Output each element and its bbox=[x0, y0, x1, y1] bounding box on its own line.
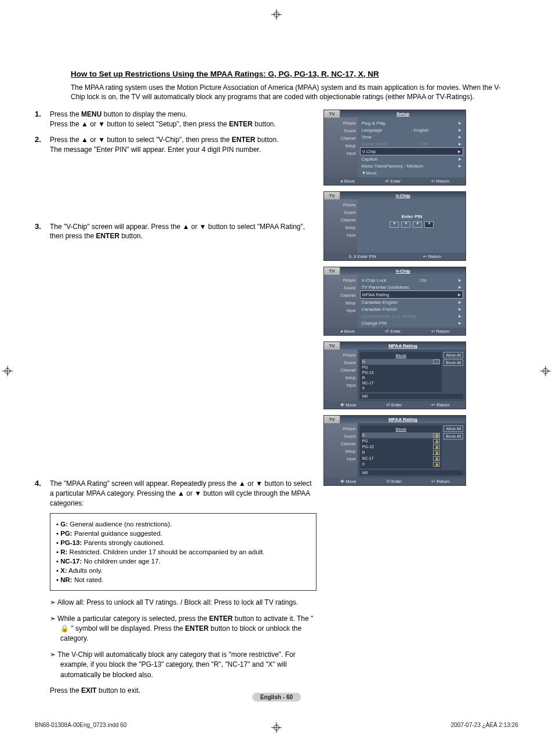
menu-row: Plug & Play► bbox=[360, 119, 463, 126]
sidebar-item-picture: Picture bbox=[326, 119, 356, 127]
allow-all-button: Allow All bbox=[443, 426, 463, 432]
sidebar-item: Input bbox=[326, 231, 356, 239]
tv-menu-setup: TVSetup Picture Sound Channel Setup Inpu… bbox=[323, 110, 466, 186]
cat-desc: Parents strongly cautioned. bbox=[82, 539, 165, 546]
menu-row-disabled: Downloadable U.S. Rating► bbox=[360, 312, 463, 319]
menu-title: V-Chip bbox=[340, 192, 466, 199]
text-bold: MENU bbox=[81, 110, 101, 118]
sidebar-item-setup: Setup bbox=[326, 142, 356, 150]
menu-title: Setup bbox=[340, 110, 466, 118]
text: button to display the menu. bbox=[101, 110, 187, 118]
sidebar-item: Sound bbox=[326, 359, 356, 366]
mpaa-row-nr: NR bbox=[360, 470, 463, 475]
sidebar-item: Input bbox=[326, 455, 356, 463]
step-3: 3. The "V-Chip" screen will appear. Pres… bbox=[35, 222, 316, 242]
mpaa-row-nr: NR bbox=[360, 394, 463, 399]
tv-menu-enter-pin: TVV-Chip Picture Sound Channel Setup Inp… bbox=[323, 191, 466, 261]
cat-label: G: bbox=[60, 521, 68, 528]
lock-icon: 🔒 bbox=[433, 462, 440, 467]
tv-menu-vchip: TVV-Chip Picture Sound Channel Setup Inp… bbox=[323, 267, 466, 336]
sidebar-item: Channel bbox=[326, 366, 356, 374]
mpaa-row: X bbox=[362, 386, 440, 391]
mpaa-rating-list: Block G PG PG-13 R NC-17 X bbox=[360, 352, 442, 392]
tv-sidebar: Picture Sound Channel Setup Input bbox=[324, 118, 358, 177]
mpaa-rating-list: Block G🔒 PG🔒 PG-13🔒 R🔒 NC-17🔒 X🔒 bbox=[360, 426, 442, 468]
cat-desc: General audience (no restrictions). bbox=[68, 521, 172, 528]
cat-desc: No children under age 17. bbox=[82, 558, 161, 565]
sidebar-item-input: Input bbox=[326, 150, 356, 157]
pin-digit: * bbox=[413, 221, 422, 228]
menu-row: Canadian English► bbox=[360, 299, 463, 306]
note: The V-Chip will automatically block any … bbox=[50, 650, 316, 680]
print-date: 2007-07-23 ¿ÀÈÄ 2:13:26 bbox=[451, 722, 518, 728]
tv-sidebar: Picture Sound Channel Setup Input bbox=[324, 350, 358, 401]
lock-icon: 🔒 bbox=[433, 456, 440, 461]
step-number: 4. bbox=[35, 479, 50, 696]
lock-icon: 🔒 bbox=[433, 439, 440, 444]
sidebar-item: Input bbox=[326, 307, 356, 314]
tv-footer: ✥ Move⏎ Enter↩ Return bbox=[324, 401, 465, 409]
cat-label: PG: bbox=[60, 530, 72, 537]
lock-icon: 🔒 bbox=[433, 445, 440, 449]
intro-paragraph: The MPAA rating system uses the Motion P… bbox=[71, 83, 507, 101]
step-number: 1. bbox=[35, 110, 50, 129]
menu-row: TV Parental Guidelines► bbox=[360, 284, 463, 290]
block-column-header: Block bbox=[362, 353, 440, 358]
sidebar-item: Picture bbox=[326, 425, 356, 432]
block-all-button: Block All bbox=[443, 433, 463, 439]
tv-sidebar: Picture Sound Channel Setup Input bbox=[324, 199, 358, 253]
menu-row: Canadian French► bbox=[360, 306, 463, 312]
tv-footer: ♦ Move⏎ Enter↩ Return bbox=[324, 328, 465, 335]
text: The "MPAA Rating" screen will appear. Re… bbox=[50, 479, 312, 507]
lock-icon: 🔒 bbox=[433, 433, 440, 438]
text: Press the bbox=[50, 110, 81, 118]
mpaa-row: PG🔒 bbox=[362, 438, 440, 444]
menu-title: MPAA Rating bbox=[340, 342, 466, 350]
cat-desc: Parental guidance suggested. bbox=[72, 530, 162, 537]
allow-all-button: Allow All bbox=[443, 352, 463, 358]
sidebar-item: Setup bbox=[326, 448, 356, 455]
tv-label: TV bbox=[324, 416, 340, 423]
menu-row: Caption► bbox=[360, 155, 463, 162]
tv-footer: ✥ Move⏎ Enter↩ Return bbox=[324, 478, 465, 485]
lock-icon: 🔒 bbox=[433, 450, 440, 455]
tv-label: TV bbox=[324, 342, 340, 350]
text: button. bbox=[255, 136, 278, 144]
print-metadata: BN68-01308A-00Eng_0723.indd 60 2007-07-2… bbox=[35, 722, 518, 728]
menu-row-selected: MPAA Rating► bbox=[360, 290, 463, 299]
tv-label: TV bbox=[324, 267, 340, 275]
note: Allow all: Press to unlock all TV rating… bbox=[50, 598, 316, 608]
step-4: 4. The "MPAA Rating" screen will appear.… bbox=[35, 479, 316, 696]
text: button. bbox=[119, 232, 143, 240]
sidebar-item: Sound bbox=[326, 432, 356, 440]
menu-title: V-Chip bbox=[340, 267, 466, 275]
tv-footer: ♦ Move⏎ Enter↩ Return bbox=[324, 177, 465, 185]
mpaa-row: R bbox=[362, 375, 440, 380]
menu-row: Time► bbox=[360, 133, 463, 140]
sidebar-item: Channel bbox=[326, 292, 356, 299]
mpaa-row: R🔒 bbox=[362, 450, 440, 456]
sidebar-item-sound: Sound bbox=[326, 127, 356, 135]
tv-label: TV bbox=[324, 192, 340, 199]
text: The message "Enter PIN" will appear. Ent… bbox=[50, 146, 261, 154]
page-title: How to Set up Restrictions Using the MPA… bbox=[71, 70, 518, 78]
text-bold: ENTER bbox=[209, 615, 233, 623]
mpaa-category-box: G: General audience (no restrictions). P… bbox=[50, 513, 316, 591]
registration-mark-icon bbox=[271, 9, 282, 20]
mpaa-row: PG-13🔒 bbox=[362, 444, 440, 450]
pin-digit: * bbox=[401, 221, 410, 228]
menu-row: Language: English► bbox=[360, 126, 463, 133]
menu-row-more: ▼More bbox=[360, 169, 463, 176]
tv-footer: 0..9 Enter PIN↩ Return bbox=[324, 253, 465, 260]
text: Press the ▲ or ▼ button to select "V-Chi… bbox=[50, 136, 232, 144]
sidebar-item: Sound bbox=[326, 209, 356, 216]
tv-sidebar: Picture Sound Channel Setup Input bbox=[324, 423, 358, 478]
sidebar-item: Setup bbox=[326, 374, 356, 381]
cat-desc: Adults only. bbox=[67, 567, 103, 574]
text: While a particular category is selected,… bbox=[57, 615, 209, 623]
sidebar-item: Setup bbox=[326, 299, 356, 307]
pin-input-row: * * * * bbox=[360, 221, 463, 228]
note: While a particular category is selected,… bbox=[50, 614, 316, 644]
text: button. bbox=[253, 120, 276, 128]
tv-menu-mpaa-1: TVMPAA Rating Picture Sound Channel Setu… bbox=[323, 341, 466, 409]
